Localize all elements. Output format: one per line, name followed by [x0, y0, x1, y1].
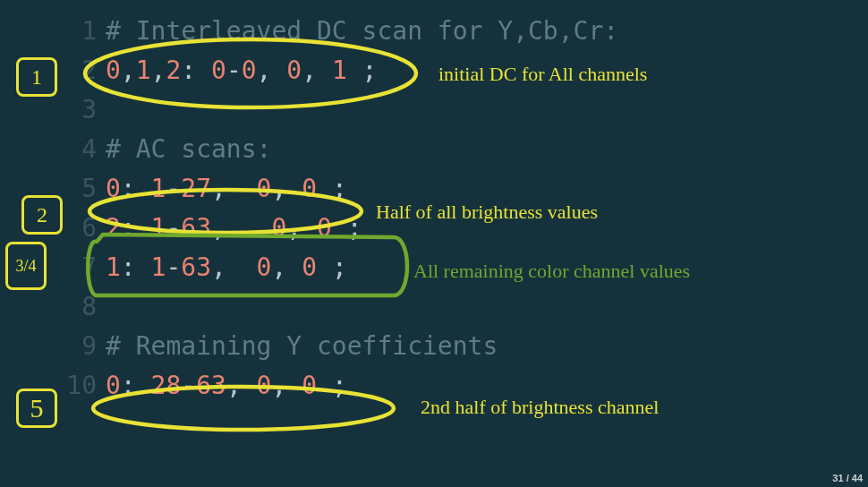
code-line: 1# Interleaved DC scan for Y,Cb,Cr: [0, 16, 618, 56]
code-line-content: 2: 1-63, 0, 0 ; [106, 213, 362, 243]
step-marker-2: 2 [21, 195, 63, 235]
code-line-content: 1: 1-63, 0, 0 ; [106, 252, 347, 282]
line-number: 1 [0, 16, 106, 46]
code-line: 4# AC scans: [0, 134, 618, 174]
code-line: 9# Remaining Y coefficients [0, 331, 618, 371]
line-number: 9 [0, 331, 106, 361]
annotation-dc: initial DC for All channels [438, 63, 647, 86]
annotation-remaining-y: 2nd half of brightness channel [421, 396, 659, 419]
step-marker-5: 5 [16, 389, 57, 428]
line-number: 3 [0, 95, 106, 124]
code-line-content: # AC scans: [106, 134, 271, 164]
code-line: 8 [0, 292, 618, 331]
code-line-content: 0,1,2: 0-0, 0, 1 ; [106, 56, 377, 85]
code-line-content: 0: 1-27, 0, 0 ; [106, 174, 347, 203]
annotation-ac-half: Half of all brightness values [376, 201, 598, 224]
step-marker-1: 1 [16, 57, 57, 97]
slide-counter: 31 / 44 [832, 473, 863, 483]
code-line: 3 [0, 95, 618, 134]
code-line-content: # Interleaved DC scan for Y,Cb,Cr: [106, 16, 618, 46]
line-number: 4 [0, 134, 106, 164]
step-marker-3-4: 3/4 [5, 242, 47, 290]
line-number: 8 [0, 292, 106, 321]
code-line-content: 0: 28-63, 0, 0 ; [106, 371, 347, 400]
code-line-content: # Remaining Y coefficients [106, 331, 498, 361]
annotation-color-channels: All remaining color channel values [413, 260, 690, 283]
